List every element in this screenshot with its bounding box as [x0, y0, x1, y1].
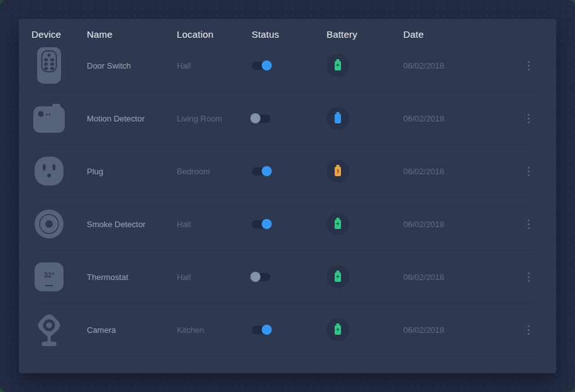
device-date: 06/02/2018: [403, 167, 513, 176]
column-header-name: Name: [87, 29, 177, 40]
battery-badge: +: [327, 266, 349, 288]
battery-symbol: +: [336, 221, 339, 227]
battery-icon: !: [335, 167, 341, 176]
app-background: Device Name Location Status Battery Date: [0, 0, 575, 392]
plug-icon: [31, 152, 67, 190]
device-date: 06/02/2018: [403, 61, 513, 70]
status-toggle[interactable]: [252, 326, 271, 334]
battery-icon: +: [335, 61, 341, 70]
column-header-date: Date: [403, 29, 513, 40]
row-menu-button[interactable]: [522, 322, 535, 337]
device-location: Hall: [177, 61, 252, 70]
device-name: Camera: [87, 325, 177, 335]
device-date: 06/02/2018: [403, 325, 513, 335]
row-menu-button[interactable]: [522, 164, 535, 179]
device-location: Bedroom: [177, 167, 252, 176]
battery-icon: +: [335, 272, 341, 282]
device-date: 06/02/2018: [403, 272, 513, 282]
row-menu-button[interactable]: [522, 58, 535, 73]
table-row: Motion Detector Living Room 06/02/2018: [31, 92, 544, 145]
camera-icon: [31, 311, 67, 349]
device-name: Door Switch: [87, 61, 177, 70]
battery-symbol: +: [336, 63, 339, 69]
device-name: Motion Detector: [87, 114, 177, 123]
device-location: Hall: [177, 220, 252, 229]
toggle-knob: [262, 60, 272, 70]
table-header: Device Name Location Status Battery Date: [31, 19, 544, 39]
thermostat-icon: 32°: [31, 258, 67, 296]
status-toggle[interactable]: [252, 273, 271, 281]
row-menu-button[interactable]: [522, 216, 535, 232]
thermostat-temperature: 32°: [44, 271, 55, 279]
status-toggle[interactable]: [252, 115, 271, 123]
table-row: Door Switch Hall + 06/02/2018: [31, 39, 544, 92]
column-header-device: Device: [31, 29, 87, 40]
device-date: 06/02/2018: [403, 114, 513, 123]
battery-icon: +: [335, 220, 341, 229]
status-toggle[interactable]: [252, 167, 271, 176]
battery-badge: [327, 107, 349, 130]
battery-badge: +: [327, 54, 349, 77]
table-row: Camera Kitchen + 06/02/2018: [31, 303, 544, 356]
device-location: Hall: [177, 272, 252, 282]
table-row: Plug Bedroom ! 06/02/2018: [31, 145, 544, 198]
battery-symbol: +: [336, 327, 339, 333]
device-date: 06/02/2018: [403, 220, 513, 229]
row-menu-button[interactable]: [522, 269, 535, 284]
battery-badge: +: [327, 318, 349, 341]
battery-badge: !: [327, 160, 349, 182]
smoke-detector-icon: [31, 205, 67, 243]
toggle-knob: [250, 272, 260, 282]
motion-detector-icon: [31, 99, 67, 137]
devices-panel: Device Name Location Status Battery Date: [19, 19, 556, 373]
table-row: Smoke Detector Hall + 06/02/2018: [31, 198, 544, 250]
column-header-battery: Battery: [327, 29, 403, 40]
toggle-knob: [262, 325, 272, 335]
table-row: 32° Thermostat Hall + 06/02/2018: [31, 250, 544, 303]
battery-badge: +: [327, 213, 349, 235]
battery-symbol: !: [337, 169, 339, 174]
device-name: Smoke Detector: [87, 220, 177, 229]
battery-icon: [335, 114, 341, 123]
status-toggle[interactable]: [252, 62, 271, 70]
column-header-location: Location: [177, 29, 252, 40]
toggle-knob: [262, 219, 272, 229]
device-name: Plug: [87, 167, 177, 176]
door-switch-icon: [31, 47, 67, 84]
toggle-knob: [250, 113, 260, 123]
column-header-status: Status: [252, 29, 327, 40]
thermostat-dash: [45, 285, 53, 287]
device-name: Thermostat: [87, 272, 177, 282]
toggle-knob: [262, 166, 272, 176]
battery-symbol: +: [336, 274, 339, 280]
battery-icon: +: [335, 325, 341, 335]
row-menu-button[interactable]: [522, 111, 535, 126]
device-location: Living Room: [177, 114, 252, 123]
status-toggle[interactable]: [252, 220, 271, 228]
device-location: Kitchen: [177, 325, 252, 335]
